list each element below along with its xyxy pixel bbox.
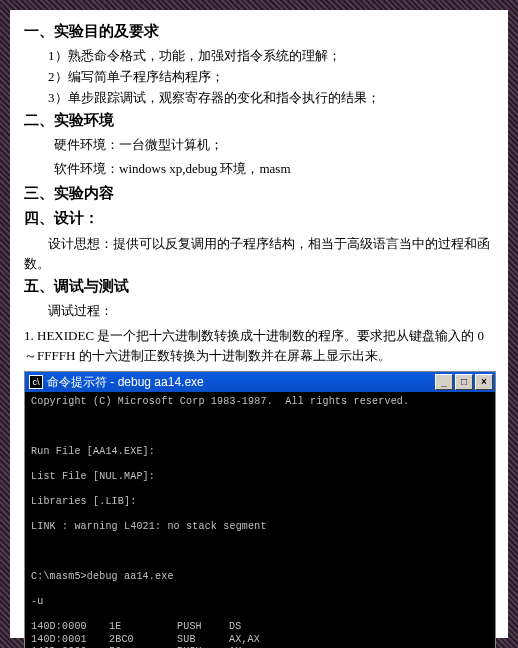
maximize-button[interactable]: □ bbox=[455, 374, 473, 390]
window-title: 命令提示符 - debug aa14.exe bbox=[47, 374, 204, 391]
close-button[interactable]: × bbox=[475, 374, 493, 390]
terminal-line: Run File [AA14.EXE]: bbox=[31, 446, 489, 459]
section-4-title: 四、设计： bbox=[24, 209, 494, 228]
section-3-title: 三、实验内容 bbox=[24, 184, 494, 203]
terminal-line: -u bbox=[31, 596, 489, 609]
terminal-line: List File [NUL.MAP]: bbox=[31, 471, 489, 484]
disasm-row: 140D:00001EPUSHDS bbox=[31, 621, 489, 634]
debug-subheading: 调试过程： bbox=[48, 302, 494, 320]
software-env: 软件环境：windows xp,debug 环境，masm bbox=[54, 160, 494, 178]
list-item: 1）熟悉命令格式，功能，加强对指令系统的理解； bbox=[48, 47, 494, 65]
cmd-icon: c\ bbox=[29, 375, 43, 389]
disasm-row: 140D:00012BC0SUBAX,AX bbox=[31, 634, 489, 647]
terminal-line: Copyright (C) Microsoft Corp 1983-1987. … bbox=[31, 396, 489, 409]
disassembly-block: 140D:00001EPUSHDS140D:00012BC0SUBAX,AX14… bbox=[31, 621, 489, 648]
terminal-line bbox=[31, 421, 489, 434]
terminal-line bbox=[31, 546, 489, 559]
disasm-cell: DS bbox=[229, 621, 489, 634]
disasm-cell: AX,AX bbox=[229, 634, 489, 647]
disasm-cell: 140D:0001 bbox=[31, 634, 109, 647]
list-item: 3）单步跟踪调试，观察寄存器的变化和指令执行的结果； bbox=[48, 89, 494, 107]
window-buttons: _ □ × bbox=[435, 374, 495, 390]
terminal-line: LINK : warning L4021: no stack segment bbox=[31, 521, 489, 534]
hexidec-paragraph: 1. HEXIDEC 是一个把十六进制数转换成十进制数的程序。要求把从键盘输入的… bbox=[24, 326, 494, 365]
disasm-cell: 1E bbox=[109, 621, 177, 634]
terminal-window: c\ 命令提示符 - debug aa14.exe _ □ × Copyrigh… bbox=[24, 371, 496, 648]
list-item: 2）编写简单子程序结构程序； bbox=[48, 68, 494, 86]
document-page: 一、实验目的及要求 1）熟悉命令格式，功能，加强对指令系统的理解； 2）编写简单… bbox=[10, 10, 508, 638]
terminal-line: C:\masm5>debug aa14.exe bbox=[31, 571, 489, 584]
section-2-title: 二、实验环境 bbox=[24, 111, 494, 130]
terminal-body: Copyright (C) Microsoft Corp 1983-1987. … bbox=[25, 392, 495, 648]
disasm-cell: SUB bbox=[177, 634, 229, 647]
minimize-button[interactable]: _ bbox=[435, 374, 453, 390]
hardware-env: 硬件环境：一台微型计算机； bbox=[54, 136, 494, 154]
terminal-line: Libraries [.LIB]: bbox=[31, 496, 489, 509]
disasm-cell: 2BC0 bbox=[109, 634, 177, 647]
section-1-title: 一、实验目的及要求 bbox=[24, 22, 494, 41]
titlebar[interactable]: c\ 命令提示符 - debug aa14.exe _ □ × bbox=[25, 372, 495, 392]
section-5-title: 五、调试与测试 bbox=[24, 277, 494, 296]
design-paragraph: 设计思想：提供可以反复调用的子程序结构，相当于高级语言当中的过程和函数。 bbox=[24, 234, 494, 273]
disasm-cell: 140D:0000 bbox=[31, 621, 109, 634]
disasm-cell: PUSH bbox=[177, 621, 229, 634]
